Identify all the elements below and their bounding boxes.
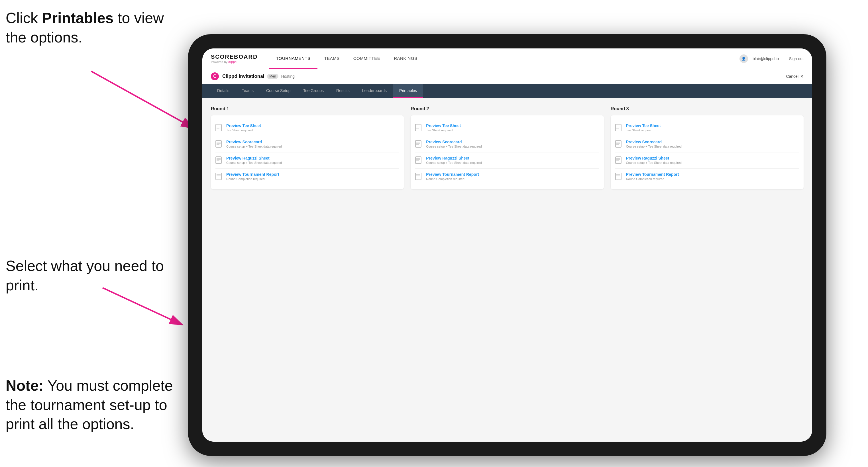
round-2-tee-sheet[interactable]: Preview Tee Sheet Tee Sheet required [415, 120, 599, 136]
tournament-header: C Clippd Invitational Men Hosting Cancel… [202, 69, 812, 84]
round-1-raguzzi-subtitle: Course setup + Tee Sheet data required [226, 161, 282, 164]
svg-rect-18 [415, 124, 421, 131]
nav-committee[interactable]: COMMITTEE [346, 49, 387, 69]
screen: SCOREBOARD Powered by clippd TOURNAMENTS… [202, 49, 812, 442]
tab-leaderboards[interactable]: Leaderboards [356, 84, 393, 98]
raguzzi-icon-r3 [615, 156, 623, 165]
instruction-bottom: Note: You must complete the tournament s… [6, 376, 182, 434]
round-3-report-subtitle: Round Completion required [626, 177, 679, 181]
svg-rect-10 [216, 157, 221, 163]
tab-bar: Details Teams Course Setup Tee Groups Re… [202, 84, 812, 98]
tournament-report-icon-r1 [215, 173, 223, 181]
instruction-middle-text: Select what you need to print. [6, 257, 164, 293]
svg-rect-30 [415, 173, 421, 180]
round-1-tee-sheet[interactable]: Preview Tee Sheet Tee Sheet required [215, 120, 399, 136]
round-3-scorecard-title: Preview Scorecard [626, 139, 682, 144]
round-2-scorecard-subtitle: Course setup + Tee Sheet data required [426, 145, 482, 148]
round-1-title: Round 1 [211, 106, 404, 112]
scoreboard-logo: SCOREBOARD [211, 54, 258, 60]
round-1-tee-sheet-subtitle: Tee Sheet required [226, 128, 261, 132]
round-1-raguzzi-title: Preview Raguzzi Sheet [226, 156, 282, 160]
svg-rect-22 [415, 141, 421, 147]
round-2-report-title: Preview Tournament Report [426, 172, 479, 177]
scorecard-icon [215, 140, 223, 149]
cancel-button[interactable]: Cancel ✕ [786, 74, 804, 79]
nav-rankings[interactable]: RANKINGS [387, 49, 424, 69]
tournament-logo: C [211, 72, 219, 80]
logo-area: SCOREBOARD Powered by clippd [211, 54, 258, 64]
user-email: blair@clippd.io [752, 56, 779, 61]
round-1-tournament-report[interactable]: Preview Tournament Report Round Completi… [215, 169, 399, 185]
round-3-tournament-report[interactable]: Preview Tournament Report Round Completi… [615, 169, 799, 185]
round-3-card: Preview Tee Sheet Tee Sheet required [611, 115, 804, 189]
instruction-bottom-text: Note: You must complete the tournament s… [6, 377, 173, 432]
instruction-top: Click Printables to view the options. [6, 8, 182, 47]
tee-sheet-icon-r2 [415, 124, 423, 132]
nav-teams[interactable]: TEAMS [317, 49, 346, 69]
svg-rect-42 [616, 157, 621, 163]
round-2-scorecard[interactable]: Preview Scorecard Course setup + Tee She… [415, 136, 599, 152]
tab-course-setup[interactable]: Course Setup [260, 84, 297, 98]
round-2-raguzzi-subtitle: Course setup + Tee Sheet data required [426, 161, 482, 164]
instruction-top-text: Click Printables to view the options. [6, 10, 164, 45]
svg-rect-46 [616, 173, 621, 180]
round-1-scorecard[interactable]: Preview Scorecard Course setup + Tee She… [215, 136, 399, 152]
round-2-tournament-report[interactable]: Preview Tournament Report Round Completi… [415, 169, 599, 185]
round-2-section: Round 2 [411, 106, 603, 189]
round-3-raguzzi[interactable]: Preview Raguzzi Sheet Course setup + Tee… [615, 152, 799, 169]
round-2-report-subtitle: Round Completion required [426, 177, 479, 181]
tournament-report-icon-r2 [415, 173, 423, 181]
round-2-raguzzi-title: Preview Raguzzi Sheet [426, 156, 482, 160]
round-2-scorecard-title: Preview Scorecard [426, 139, 482, 144]
round-3-scorecard[interactable]: Preview Scorecard Course setup + Tee She… [615, 136, 799, 152]
scorecard-icon-r2 [415, 140, 423, 149]
tab-printables[interactable]: Printables [393, 84, 423, 98]
tab-details[interactable]: Details [211, 84, 236, 98]
svg-rect-34 [616, 124, 621, 131]
round-3-raguzzi-title: Preview Raguzzi Sheet [626, 156, 682, 160]
raguzzi-icon-r2 [415, 156, 423, 165]
tab-teams[interactable]: Teams [236, 84, 260, 98]
top-nav-right: 👤 blair@clippd.io | Sign out [740, 55, 804, 63]
tournament-badge: Men [267, 74, 278, 79]
user-avatar: 👤 [740, 55, 748, 63]
round-2-title: Round 2 [411, 106, 603, 112]
sign-out-link[interactable]: Sign out [789, 56, 804, 61]
tournament-name: Clippd Invitational [222, 73, 264, 79]
svg-rect-14 [216, 173, 221, 180]
round-1-report-title: Preview Tournament Report [226, 172, 279, 177]
round-3-title: Round 3 [611, 106, 804, 112]
round-1-section: Round 1 [211, 106, 404, 189]
round-3-tee-sheet-subtitle: Tee Sheet required [626, 128, 661, 132]
svg-rect-38 [616, 141, 621, 147]
round-3-report-title: Preview Tournament Report [626, 172, 679, 177]
svg-rect-6 [216, 141, 221, 147]
instruction-middle: Select what you need to print. [6, 256, 182, 295]
round-2-card: Preview Tee Sheet Tee Sheet required [411, 115, 603, 189]
rounds-grid: Round 1 [211, 106, 804, 189]
svg-rect-2 [216, 124, 221, 131]
tournament-report-icon-r3 [615, 173, 623, 181]
top-nav-links: TOURNAMENTS TEAMS COMMITTEE RANKINGS [269, 49, 739, 69]
round-1-report-subtitle: Round Completion required [226, 177, 279, 181]
round-1-raguzzi[interactable]: Preview Raguzzi Sheet Course setup + Tee… [215, 152, 399, 169]
top-nav: SCOREBOARD Powered by clippd TOURNAMENTS… [202, 49, 812, 69]
nav-tournaments[interactable]: TOURNAMENTS [269, 49, 317, 69]
logo-powered: Powered by clippd [211, 60, 258, 64]
round-3-raguzzi-subtitle: Course setup + Tee Sheet data required [626, 161, 682, 164]
round-1-scorecard-title: Preview Scorecard [226, 139, 282, 144]
tee-sheet-icon [215, 124, 223, 132]
round-1-tee-sheet-title: Preview Tee Sheet [226, 123, 261, 128]
tab-results[interactable]: Results [330, 84, 356, 98]
round-1-card: Preview Tee Sheet Tee Sheet required [211, 115, 404, 189]
main-content: Round 1 [202, 98, 812, 442]
round-2-tee-sheet-title: Preview Tee Sheet [426, 123, 461, 128]
tab-tee-groups[interactable]: Tee Groups [297, 84, 330, 98]
round-3-tee-sheet[interactable]: Preview Tee Sheet Tee Sheet required [615, 120, 799, 136]
scorecard-icon-r3 [615, 140, 623, 149]
round-3-tee-sheet-title: Preview Tee Sheet [626, 123, 661, 128]
tee-sheet-icon-r3 [615, 124, 623, 132]
round-2-raguzzi[interactable]: Preview Raguzzi Sheet Course setup + Tee… [415, 152, 599, 169]
raguzzi-icon-r1 [215, 156, 223, 165]
round-1-scorecard-subtitle: Course setup + Tee Sheet data required [226, 145, 282, 148]
